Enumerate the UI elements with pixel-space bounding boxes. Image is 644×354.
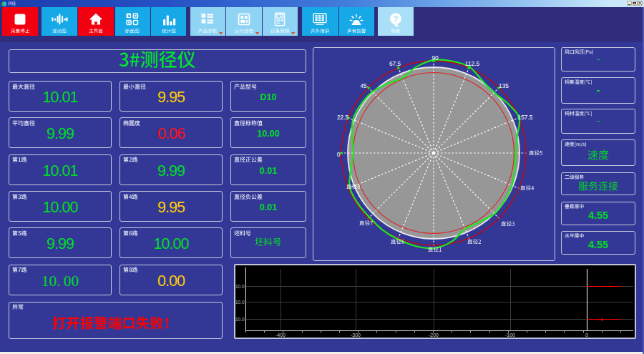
- svg-text:67.5: 67.5: [389, 60, 401, 67]
- svg-text:10.0: 10.0: [235, 300, 245, 305]
- svg-text:45: 45: [360, 82, 367, 89]
- svg-text:-100: -100: [505, 333, 515, 338]
- svg-text:-300: -300: [351, 333, 361, 338]
- svg-text:135: 135: [499, 82, 509, 89]
- svg-text:0: 0: [337, 151, 341, 158]
- svg-text:0: 0: [585, 333, 588, 338]
- svg-text:-200: -200: [429, 333, 439, 338]
- svg-text:10.0: 10.0: [235, 317, 245, 322]
- svg-text:90: 90: [431, 54, 439, 62]
- svg-text:157.5: 157.5: [518, 114, 533, 121]
- svg-text:22.5: 22.5: [337, 114, 349, 121]
- svg-text:10.0: 10.0: [235, 284, 245, 289]
- svg-text:112.5: 112.5: [465, 60, 480, 67]
- svg-text:-400: -400: [275, 333, 286, 338]
- svg-text:?: ?: [394, 14, 399, 23]
